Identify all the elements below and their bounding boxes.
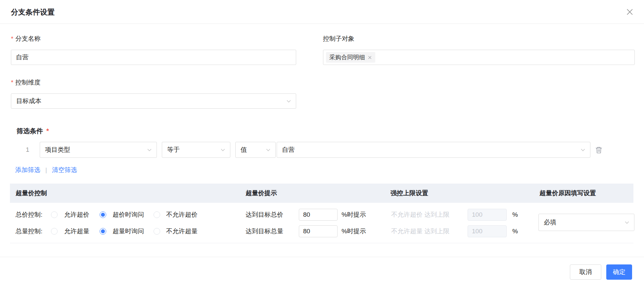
required-asterisk: * [11, 35, 13, 42]
table-header-row: 超量价控制 超量价提示 强控上限设置 超量价原因填写设置 [10, 184, 633, 203]
filter-field-value: 项目类型 [45, 145, 70, 154]
row-control-label: 总量控制: [16, 227, 42, 236]
chevron-down-icon [220, 147, 226, 153]
hint-label: 达到目标总价 [246, 210, 283, 219]
required-asterisk: * [46, 127, 49, 135]
radio-ask-on-over-quantity[interactable] [100, 228, 106, 235]
radio-allow-over-quantity[interactable] [51, 228, 58, 235]
limit-percent-input-disabled [468, 209, 507, 221]
filter-operator-select[interactable]: 等于 [162, 142, 230, 158]
control-sub-object-field[interactable]: 采购合同明细 [323, 50, 635, 65]
radio-allow-over-quantity-label[interactable]: 允许超量 [64, 227, 89, 236]
header-control: 超量价控制 [16, 184, 47, 203]
radio-allow-over-price[interactable] [51, 211, 58, 218]
radio-ask-on-over-price[interactable] [100, 211, 106, 218]
dialog-title: 分支条件设置 [11, 7, 55, 17]
control-dimension-select[interactable]: 目标成本 [11, 93, 296, 109]
control-sub-object-label: 控制子对象 [323, 34, 354, 43]
filter-row-index: 1 [26, 142, 29, 158]
selected-object-tag: 采购合同明细 [326, 52, 375, 63]
dialog-header: 分支条件设置 [0, 0, 644, 24]
hint-percent-input[interactable] [299, 209, 338, 221]
radio-ask-on-over-price-label[interactable]: 超价时询问 [113, 210, 144, 219]
limit-suffix: % [512, 211, 518, 218]
filter-field-select[interactable]: 项目类型 [40, 142, 157, 158]
radio-forbid-over-quantity-label[interactable]: 不允许超量 [166, 227, 198, 236]
header-hint: 超量价提示 [246, 184, 277, 203]
cancel-button[interactable]: 取消 [570, 264, 601, 280]
limit-label-disabled: 不允许超量 达到上限 [391, 227, 449, 236]
branch-name-input[interactable] [11, 50, 296, 65]
hint-label: 达到目标总量 [246, 227, 283, 236]
tag-close-icon[interactable] [368, 55, 372, 60]
chevron-down-icon [147, 147, 152, 153]
tag-label: 采购合同明细 [329, 53, 365, 61]
filter-value-combo[interactable] [277, 142, 590, 158]
filter-value-type-select[interactable]: 值 [235, 142, 276, 158]
selected-dimension: 目标成本 [16, 97, 41, 105]
dialog-footer: 取消 确定 [0, 257, 644, 283]
filter-value-type: 值 [241, 145, 247, 154]
required-asterisk: * [11, 79, 13, 86]
limit-label-disabled: 不允许超价 达到上限 [391, 210, 449, 219]
hint-suffix: %时提示 [342, 227, 366, 236]
reason-fill-select[interactable]: 必填 [538, 214, 634, 231]
radio-forbid-over-price-label[interactable]: 不允许超价 [166, 210, 198, 219]
control-dimension-label: *控制维度 [11, 78, 40, 87]
links-separator: | [45, 166, 47, 174]
add-filter-link[interactable]: 添加筛选 [15, 166, 40, 174]
confirm-button[interactable]: 确定 [606, 264, 632, 280]
filter-operator-value: 等于 [167, 145, 180, 154]
filter-links: 添加筛选 | 清空筛选 [15, 166, 77, 174]
filter-value-input[interactable] [277, 146, 580, 153]
header-reason: 超量价原因填写设置 [539, 184, 596, 203]
limit-suffix: % [512, 228, 518, 235]
over-limit-control-table: 超量价控制 超量价提示 强控上限设置 超量价原因填写设置 总价控制: 允许超价 … [10, 184, 633, 243]
hint-percent-input[interactable] [299, 225, 338, 237]
filter-section-title: 筛选条件* [17, 127, 49, 136]
chevron-down-icon [286, 98, 292, 104]
branch-name-label: *分支名称 [11, 34, 40, 43]
header-limit: 强控上限设置 [391, 184, 428, 203]
radio-forbid-over-price[interactable] [154, 211, 160, 218]
radio-forbid-over-quantity[interactable] [154, 228, 160, 235]
chevron-down-icon [265, 147, 271, 153]
close-icon[interactable] [625, 7, 635, 17]
row-control-label: 总价控制: [16, 210, 42, 219]
chevron-down-icon [624, 220, 630, 225]
limit-percent-input-disabled [468, 225, 507, 237]
radio-allow-over-price-label[interactable]: 允许超价 [64, 210, 89, 219]
reason-fill-value: 必填 [544, 218, 556, 227]
clear-filter-link[interactable]: 清空筛选 [52, 166, 77, 174]
delete-filter-row-icon[interactable] [594, 145, 603, 154]
hint-suffix: %时提示 [342, 210, 366, 219]
chevron-down-icon [580, 147, 586, 153]
radio-ask-on-over-quantity-label[interactable]: 超量时询问 [113, 227, 144, 236]
